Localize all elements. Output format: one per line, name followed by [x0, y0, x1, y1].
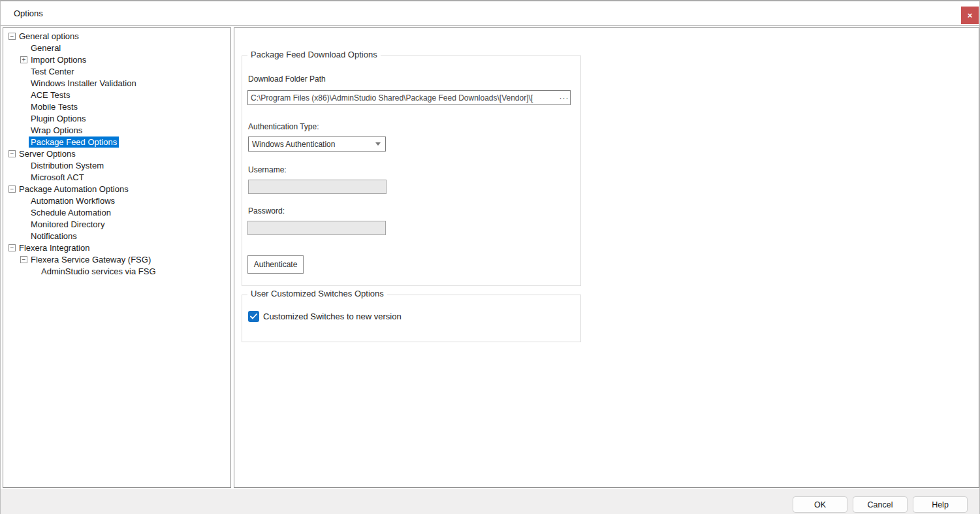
help-button[interactable]: Help — [913, 496, 968, 513]
tree-item-package-feed-options[interactable]: Package Feed Options — [3, 136, 230, 148]
tree-item-general-options[interactable]: −General options — [3, 30, 230, 42]
tree-item-automation-workflows[interactable]: Automation Workflows — [3, 195, 230, 206]
authentication-type-label: Authentication Type: — [248, 122, 319, 131]
authentication-type-dropdown[interactable]: Windows Authentication — [248, 137, 386, 152]
tree-item-adminstudio-services-via-fsg[interactable]: AdminStudio services via FSG — [3, 265, 230, 277]
tree-item-label: Server Options — [17, 148, 78, 159]
browse-ellipsis-button[interactable]: ··· — [558, 93, 570, 103]
tree-item-distribution-system[interactable]: Distribution System — [3, 159, 230, 171]
authenticate-button[interactable]: Authenticate — [247, 255, 304, 274]
checkbox-checked-icon[interactable] — [248, 311, 259, 322]
package-feed-download-options-group: Package Feed Download Options Download F… — [242, 56, 581, 286]
tree-item-windows-installer-validation[interactable]: Windows Installer Validation — [3, 77, 230, 89]
tree-item-label: General options — [17, 31, 81, 42]
tree-item-import-options[interactable]: +Import Options — [3, 54, 230, 65]
tree-item-label: Windows Installer Validation — [29, 78, 138, 89]
tree-item-test-center[interactable]: Test Center — [3, 65, 230, 77]
tree-item-flexera-service-gateway-fsg[interactable]: −Flexera Service Gateway (FSG) — [3, 253, 230, 265]
chevron-down-icon[interactable] — [371, 142, 385, 146]
tree-item-flexera-integration[interactable]: −Flexera Integration — [3, 242, 230, 253]
tree-item-label: Plugin Options — [29, 113, 88, 124]
tree-item-label: Distribution System — [29, 160, 106, 171]
collapse-icon[interactable]: − — [20, 256, 27, 263]
ok-button[interactable]: OK — [793, 496, 847, 513]
tree-item-plugin-options[interactable]: Plugin Options — [3, 112, 230, 124]
close-icon: × — [968, 10, 973, 20]
tree-item-label: Package Automation Options — [17, 184, 131, 195]
customized-switches-row: Customized Switches to new version — [248, 311, 402, 322]
tree-item-label: Microsoft ACT — [29, 172, 86, 183]
tree-item-general[interactable]: General — [3, 42, 230, 54]
tree-item-label: Schedule Automation — [29, 207, 113, 218]
options-tree: −General optionsGeneral+Import OptionsTe… — [3, 27, 231, 488]
title-bar: Options × — [1, 3, 979, 26]
options-dialog: Options × −General optionsGeneral+Import… — [0, 0, 980, 514]
user-customized-switches-group: User Customized Switches Options Customi… — [242, 295, 581, 342]
tree-item-notifications[interactable]: Notifications — [3, 230, 230, 242]
customized-switches-label: Customized Switches to new version — [263, 312, 402, 321]
collapse-icon[interactable]: − — [8, 244, 16, 251]
password-field — [247, 221, 386, 235]
download-folder-path-value: C:\Program Files (x86)\AdminStudio Share… — [248, 93, 558, 103]
tree-item-label: Import Options — [29, 54, 88, 65]
close-button[interactable]: × — [961, 7, 979, 24]
footer-bar: OK Cancel Help — [1, 489, 979, 514]
password-label: Password: — [248, 206, 285, 216]
download-folder-path-input[interactable]: C:\Program Files (x86)\AdminStudio Share… — [247, 90, 571, 105]
tree-item-label: Test Center — [29, 66, 76, 77]
collapse-icon[interactable]: − — [8, 185, 16, 193]
tree-item-label: Monitored Directory — [29, 219, 106, 230]
cancel-button[interactable]: Cancel — [853, 496, 908, 513]
collapse-icon[interactable]: − — [8, 150, 16, 157]
username-label: Username: — [248, 165, 287, 174]
tree-item-label: AdminStudio services via FSG — [39, 266, 158, 277]
tree-item-label: ACE Tests — [29, 89, 72, 101]
tree-item-label: Notifications — [29, 231, 79, 242]
authentication-type-value: Windows Authentication — [249, 140, 371, 149]
tree-item-microsoft-act[interactable]: Microsoft ACT — [3, 171, 230, 183]
tree-item-label: Package Feed Options — [29, 137, 119, 148]
tree-item-server-options[interactable]: −Server Options — [3, 148, 230, 159]
tree-item-label: Flexera Service Gateway (FSG) — [29, 254, 153, 265]
settings-panel: Package Feed Download Options Download F… — [234, 27, 979, 488]
tree-item-label: Flexera Integration — [17, 242, 91, 253]
dialog-title: Options — [14, 8, 43, 18]
tree-item-label: Mobile Tests — [29, 101, 80, 112]
tree-item-mobile-tests[interactable]: Mobile Tests — [3, 101, 230, 112]
tree-item-wrap-options[interactable]: Wrap Options — [3, 124, 230, 136]
collapse-icon[interactable]: − — [8, 33, 16, 40]
tree-item-monitored-directory[interactable]: Monitored Directory — [3, 218, 230, 230]
tree-item-package-automation-options[interactable]: −Package Automation Options — [3, 183, 230, 195]
tree-item-schedule-automation[interactable]: Schedule Automation — [3, 206, 230, 218]
tree-item-label: Wrap Options — [29, 125, 84, 136]
download-folder-path-label: Download Folder Path — [248, 74, 326, 84]
tree-item-label: General — [29, 42, 63, 54]
group-title: User Customized Switches Options — [247, 289, 387, 298]
tree-item-ace-tests[interactable]: ACE Tests — [3, 89, 230, 101]
expand-icon[interactable]: + — [20, 56, 27, 63]
username-field — [248, 180, 387, 194]
tree-item-label: Automation Workflows — [29, 195, 117, 206]
group-title: Package Feed Download Options — [247, 50, 381, 59]
